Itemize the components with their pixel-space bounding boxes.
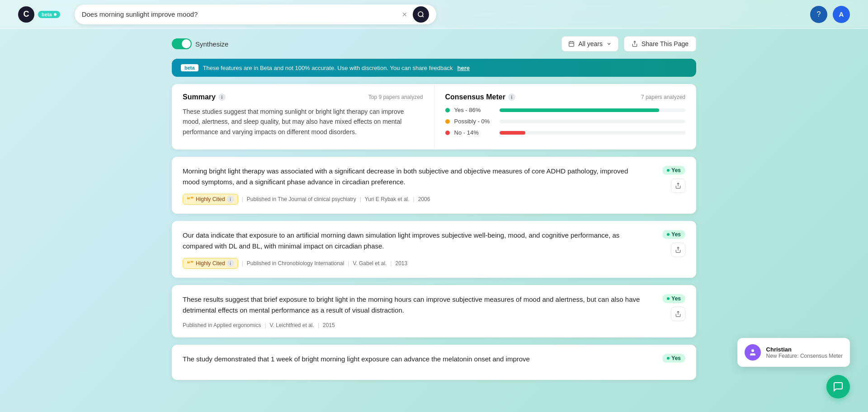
summary-title: Summary i bbox=[183, 93, 226, 101]
summary-text: These studies suggest that morning sunli… bbox=[183, 107, 423, 137]
result-3-right: Yes bbox=[649, 294, 685, 321]
verdict-badge-4: Yes bbox=[662, 354, 685, 363]
toggle-knob bbox=[182, 39, 191, 48]
possibly-label: Possibly - 0% bbox=[454, 118, 495, 125]
result-card-4-content: The study demonstrated that 1 week of br… bbox=[183, 354, 642, 371]
highly-cited-badge-2: ❝❞ Highly Cited i bbox=[183, 258, 238, 269]
main-content: Summary i Top 9 papers analyzed These st… bbox=[0, 84, 868, 380]
yes-bar-track bbox=[500, 108, 686, 112]
search-input[interactable] bbox=[82, 10, 396, 18]
controls-right: All years Share This Page bbox=[561, 36, 696, 52]
yes-bar-fill bbox=[500, 108, 660, 112]
svg-point-10 bbox=[751, 349, 754, 352]
result-1-share-button[interactable] bbox=[671, 178, 685, 193]
nav-actions: ? A bbox=[810, 6, 850, 23]
result-1-year: 2006 bbox=[418, 196, 430, 202]
quote-icon-1: ❝❞ bbox=[187, 196, 194, 203]
result-card-2: Our data indicate that exposure to an ar… bbox=[172, 221, 696, 278]
chat-name: Christian bbox=[766, 346, 843, 353]
synthesize-toggle[interactable]: Synthesize bbox=[172, 38, 228, 49]
no-bar-fill bbox=[500, 131, 526, 135]
verdict-badge-1: Yes bbox=[662, 166, 685, 175]
no-dot bbox=[445, 131, 450, 135]
consensus-possibly: Possibly - 0% bbox=[445, 118, 686, 125]
verdict-badge-3: Yes bbox=[662, 294, 685, 303]
result-2-right: Yes bbox=[649, 230, 685, 257]
result-card-2-content: Our data indicate that exposure to an ar… bbox=[183, 230, 642, 269]
verdict-badge-2: Yes bbox=[662, 230, 685, 239]
highly-cited-info-2[interactable]: i bbox=[227, 260, 234, 267]
result-2-authors: V. Gabel et al. bbox=[353, 260, 387, 267]
no-bar-track bbox=[500, 131, 686, 135]
result-card-3-content: These results suggest that brief exposur… bbox=[183, 294, 642, 328]
summary-consensus-row: Summary i Top 9 papers analyzed These st… bbox=[172, 84, 696, 150]
chat-fab-button[interactable] bbox=[826, 375, 850, 398]
consensus-info-icon[interactable]: i bbox=[508, 94, 515, 101]
result-1-journal: Published in The Journal of clinical psy… bbox=[247, 196, 356, 202]
result-3-text: These results suggest that brief exposur… bbox=[183, 294, 642, 316]
result-3-year: 2015 bbox=[323, 322, 335, 328]
result-2-meta: ❝❞ Highly Cited i | Published in Chronob… bbox=[183, 258, 642, 269]
result-3-authors: V. Leichtfried et al. bbox=[270, 322, 314, 328]
yes-dot bbox=[445, 108, 450, 112]
result-1-right: Yes bbox=[649, 166, 685, 193]
result-1-text: Morning bright light therapy was associa… bbox=[183, 166, 642, 187]
result-1-authors: Yuri E Rybak et al. bbox=[365, 196, 410, 202]
help-button[interactable]: ? bbox=[810, 6, 827, 23]
chat-avatar bbox=[745, 344, 761, 360]
verdict-dot-1 bbox=[667, 169, 670, 172]
svg-line-1 bbox=[422, 16, 424, 17]
years-filter-button[interactable]: All years bbox=[561, 36, 618, 52]
banner-message: These features are in Beta and not 100% … bbox=[203, 65, 453, 71]
consensus-panel: Consensus Meter i 7 papers analyzed Yes … bbox=[434, 84, 697, 150]
consensus-yes: Yes - 86% bbox=[445, 107, 686, 113]
result-4-right: Yes bbox=[649, 354, 685, 363]
summary-analyzed-count: Top 9 papers analyzed bbox=[368, 94, 423, 100]
result-2-journal: Published in Chronobiology International bbox=[247, 260, 344, 267]
verdict-dot-2 bbox=[667, 233, 670, 236]
highly-cited-badge-1: ❝❞ Highly Cited i bbox=[183, 194, 238, 205]
chat-message: New Feature: Consensus Meter bbox=[766, 353, 843, 359]
beta-banner: beta These features are in Beta and not … bbox=[172, 59, 696, 77]
navbar: C beta ✕ ? A bbox=[0, 0, 868, 29]
search-bar: ✕ bbox=[75, 5, 436, 24]
consensus-no: No - 14% bbox=[445, 129, 686, 136]
banner-link[interactable]: here bbox=[457, 65, 469, 71]
result-3-journal: Published in Applied ergonomics bbox=[183, 322, 261, 328]
result-2-text: Our data indicate that exposure to an ar… bbox=[183, 230, 642, 252]
search-clear-button[interactable]: ✕ bbox=[400, 10, 409, 19]
consensus-title: Consensus Meter i bbox=[445, 93, 515, 101]
result-2-year: 2013 bbox=[396, 260, 408, 267]
highly-cited-info-1[interactable]: i bbox=[227, 196, 234, 203]
yes-label: Yes - 86% bbox=[454, 107, 495, 113]
result-card-4: The study demonstrated that 1 week of br… bbox=[172, 345, 696, 380]
result-card-1: Morning bright light therapy was associa… bbox=[172, 157, 696, 214]
no-label: No - 14% bbox=[454, 129, 495, 136]
summary-panel: Summary i Top 9 papers analyzed These st… bbox=[172, 84, 434, 150]
search-button[interactable] bbox=[413, 6, 429, 23]
chat-popup: Christian New Feature: Consensus Meter bbox=[737, 338, 850, 367]
logo-area: C beta bbox=[18, 6, 60, 23]
result-3-meta: Published in Applied ergonomics | V. Lei… bbox=[183, 322, 642, 328]
result-card-3: These results suggest that brief exposur… bbox=[172, 285, 696, 337]
toggle-switch[interactable] bbox=[172, 38, 192, 49]
quote-icon-2: ❝❞ bbox=[187, 260, 194, 267]
summary-info-icon[interactable]: i bbox=[218, 94, 226, 101]
synthesize-label: Synthesize bbox=[195, 40, 228, 48]
share-button[interactable]: Share This Page bbox=[624, 36, 696, 52]
controls-bar: Synthesize All years Share This Page bbox=[0, 29, 868, 59]
possibly-bar-track bbox=[500, 120, 686, 123]
possibly-dot bbox=[445, 119, 450, 124]
beta-dot bbox=[54, 13, 57, 16]
result-4-text: The study demonstrated that 1 week of br… bbox=[183, 354, 642, 365]
result-2-share-button[interactable] bbox=[671, 243, 685, 257]
result-3-share-button[interactable] bbox=[671, 307, 685, 321]
avatar-button[interactable]: A bbox=[833, 6, 850, 23]
consensus-header: Consensus Meter i 7 papers analyzed bbox=[445, 93, 686, 101]
result-card-1-content: Morning bright light therapy was associa… bbox=[183, 166, 642, 205]
chat-text: Christian New Feature: Consensus Meter bbox=[766, 346, 843, 359]
banner-beta-tag: beta bbox=[181, 64, 198, 71]
years-label: All years bbox=[578, 40, 603, 47]
consensus-analyzed-count: 7 papers analyzed bbox=[641, 94, 685, 100]
beta-badge: beta bbox=[38, 11, 60, 18]
